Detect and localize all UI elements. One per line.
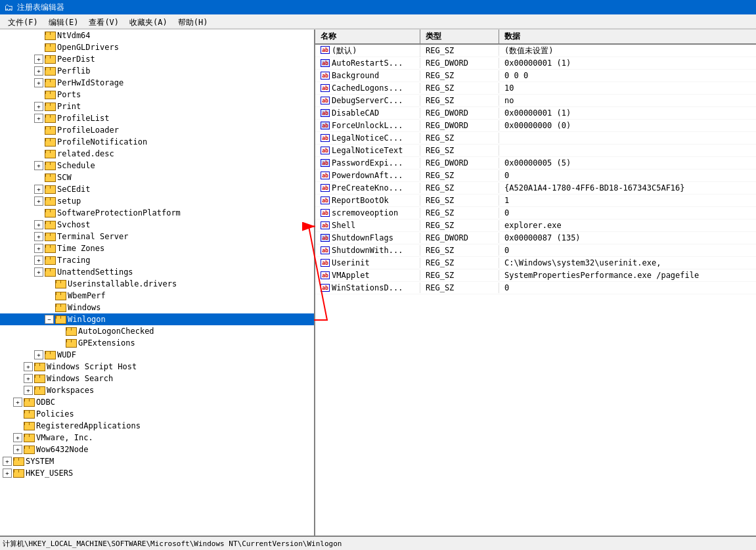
value-row-shutdownWith[interactable]: abShutdownWith...REG_SZ0 [315,244,756,257]
expand-icon-print[interactable]: + [34,102,43,111]
tree-item-terminalServer[interactable]: +Terminal Server [0,231,314,242]
expand-icon-workspaces[interactable]: + [24,386,33,395]
tree-panel[interactable]: NtVdm64OpenGLDrivers+PeerDist+Perflib+Pe… [0,30,315,536]
expand-icon-hkeyUsers[interactable]: + [3,469,12,478]
col-header-type[interactable]: 类型 [420,30,499,43]
tree-item-secEdit[interactable]: +SeCEdit [0,183,314,195]
tree-item-ntVdm64[interactable]: NtVdm64 [0,30,314,41]
tree-item-peerDist[interactable]: +PeerDist [0,53,314,65]
folder-icon-policies [24,410,34,419]
menu-help[interactable]: 帮助(H) [173,16,213,27]
tree-item-ports[interactable]: Ports [0,89,314,101]
expand-icon-perHwIdStorage[interactable]: + [34,78,43,87]
tree-item-profileList[interactable]: +ProfileList [0,112,314,124]
folder-icon-wbemPerf [55,292,66,300]
tree-item-timeZones[interactable]: +Time Zones [0,242,314,254]
expand-icon-windowsScriptHost[interactable]: + [24,362,33,371]
value-row-disableCAD[interactable]: abDisableCADREG_DWORD0x00000001 (1) [315,107,756,120]
expand-icon-vmware[interactable]: + [13,433,22,442]
tree-item-profileNotification[interactable]: ProfileNotification [0,136,314,148]
expand-icon-winlogon[interactable]: − [45,315,54,324]
tree-item-perflib[interactable]: +Perflib [0,65,314,77]
tree-item-registeredApps[interactable]: RegisteredApplications [0,420,314,432]
tree-item-winlogon[interactable]: −Winlogon [0,313,314,325]
expand-icon-windowsSearch[interactable]: + [24,374,33,383]
menu-edit[interactable]: 编辑(E) [43,16,84,27]
value-row-forceUnlockL[interactable]: abForceUnlockL...REG_DWORD0x00000000 (0) [315,120,756,132]
expand-icon-odbc[interactable]: + [13,398,22,407]
tree-label-perHwIdStorage: PerHwIdStorage [57,78,123,87]
tree-item-workspaces[interactable]: +Workspaces [0,384,314,396]
value-row-vmApplet[interactable]: abVMAppletREG_SZSystemPropertiesPerforma… [315,269,756,282]
expand-icon-wow6432[interactable]: + [13,445,22,454]
folder-icon-vmware [24,434,34,442]
expand-icon-schedule[interactable]: + [34,161,43,170]
menu-view[interactable]: 查看(V) [83,16,124,27]
col-header-data[interactable]: 数据 [499,30,756,43]
tree-item-windowsSearch[interactable]: +Windows Search [0,373,314,384]
tree-item-profileLoader[interactable]: ProfileLoader [0,124,314,136]
tree-item-print[interactable]: +Print [0,101,314,112]
value-row-powerdownAft[interactable]: abPowerdownAft...REG_SZ0 [315,170,756,182]
ab-icon-powerdownAft: ab [321,172,330,179]
tree-item-userinstallable[interactable]: Userinstallable.drivers [0,278,314,290]
tree-item-hkeyUsers[interactable]: +HKEY_USERS [0,467,314,479]
expand-icon-svchost[interactable]: + [34,220,43,229]
tree-item-odbc[interactable]: +ODBC [0,396,314,408]
value-row-winStationsD[interactable]: abWinStationsD...REG_SZ0 [315,282,756,294]
value-row-preCreateKno[interactable]: abPreCreateKno...REG_SZ{A520A1A4-1780-4F… [315,182,756,195]
value-row-legalNoticeC[interactable]: abLegalNoticeC...REG_SZ [315,132,756,145]
value-row-autoRestartS[interactable]: abAutoRestartS...REG_DWORD0x00000001 (1) [315,57,756,70]
menu-favorites[interactable]: 收藏夹(A) [124,16,173,27]
expand-icon-perflib[interactable]: + [34,66,43,76]
name-text-powerdownAft: PowerdownAft... [332,171,403,180]
tree-item-relatedDesc[interactable]: related.desc [0,148,314,160]
tree-item-softwareProtection[interactable]: SoftwareProtectionPlatform [0,207,314,219]
value-row-userinit[interactable]: abUserinitREG_SZC:\Windows\system32\user… [315,257,756,269]
expand-icon-peerDist[interactable]: + [34,55,43,64]
value-row-cachedLogons[interactable]: abCachedLogons...REG_SZ10 [315,82,756,95]
tree-item-scw[interactable]: SCW [0,172,314,183]
value-row-passwordExpi[interactable]: abPasswordExpi...REG_DWORD0x00000005 (5) [315,157,756,170]
tree-item-openGLDrivers[interactable]: OpenGLDrivers [0,41,314,53]
tree-item-policies[interactable]: Policies [0,408,314,420]
value-row-background[interactable]: abBackgroundREG_SZ0 0 0 [315,70,756,82]
value-row-shutdownFlags[interactable]: abShutdownFlagsREG_DWORD0x00000087 (135) [315,232,756,244]
tree-item-wow6432[interactable]: +Wow6432Node [0,444,314,455]
value-row-debugServerC[interactable]: abDebugServerC...REG_SZno [315,95,756,107]
tree-item-unattendSettings[interactable]: +UnattendSettings [0,266,314,278]
tree-item-windows[interactable]: Windows [0,302,314,313]
tree-item-gpExtensions[interactable]: GPExtensions [0,337,314,349]
expand-icon-wudf[interactable]: + [34,350,43,359]
expand-icon-profileList[interactable]: + [34,114,43,123]
value-row-scremoveoption[interactable]: abscremoveoptionREG_SZ0 [315,207,756,219]
tree-item-autoLogonChecked[interactable]: AutoLogonChecked [0,325,314,337]
expand-icon-secEdit[interactable]: + [34,185,43,194]
value-row-shell[interactable]: abShellREG_SZexplorer.exe [315,219,756,232]
value-name-shell: abShell [315,220,420,231]
value-row-reportBootOk[interactable]: abReportBootOkREG_SZ1 [315,195,756,207]
tree-item-vmware[interactable]: +VMware, Inc. [0,432,314,444]
tree-item-wbemPerf[interactable]: WbemPerf [0,290,314,302]
tree-item-schedule[interactable]: +Schedule [0,160,314,172]
menu-file[interactable]: 文件(F) [3,16,43,27]
expand-icon-terminalServer[interactable]: + [34,232,43,241]
tree-item-windowsScriptHost[interactable]: +Windows Script Host [0,361,314,373]
expand-icon-tracing[interactable]: + [34,256,43,265]
expand-icon-setup[interactable]: + [34,196,43,206]
col-header-name[interactable]: 名称 [315,30,420,43]
values-panel[interactable]: 名称 类型 数据 ab(默认)REG_SZ(数值未设置)abAutoRestar… [315,30,756,536]
value-data-legalNoticeC [499,137,756,139]
value-row-legalNoticeText[interactable]: abLegalNoticeTextREG_SZ [315,145,756,157]
tree-item-perHwIdStorage[interactable]: +PerHwIdStorage [0,77,314,89]
name-text-winStationsD: WinStationsD... [332,283,403,292]
tree-item-system[interactable]: +SYSTEM [0,455,314,467]
tree-item-wudf[interactable]: +WUDF [0,349,314,361]
tree-item-tracing[interactable]: +Tracing [0,254,314,266]
value-row-default[interactable]: ab(默认)REG_SZ(数值未设置) [315,45,756,57]
expand-icon-unattendSettings[interactable]: + [34,267,43,277]
expand-icon-timeZones[interactable]: + [34,244,43,253]
tree-item-svchost[interactable]: +Svchost [0,219,314,231]
expand-icon-system[interactable]: + [3,457,12,466]
tree-item-setup[interactable]: +setup [0,195,314,207]
